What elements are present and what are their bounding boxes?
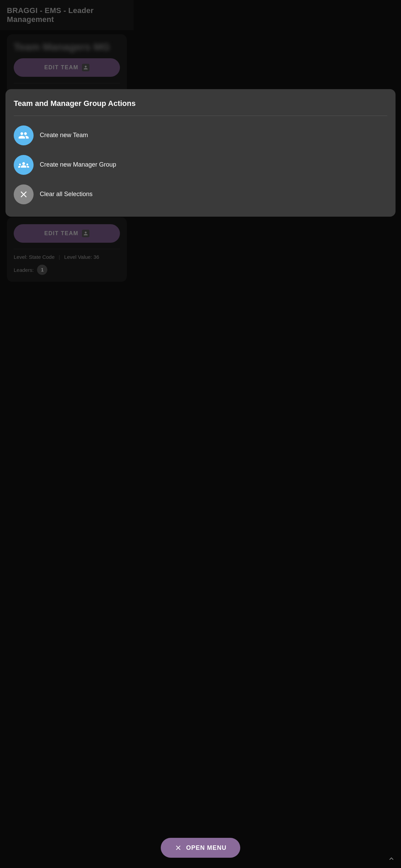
action-create-manager-group[interactable]: Create new Manager Group — [14, 155, 134, 175]
action-items-list: Create new Team Create new Manager Group — [14, 125, 134, 204]
create-team-icon-circle — [14, 125, 34, 145]
action-sheet-divider — [14, 116, 134, 116]
create-group-icon-circle — [14, 155, 34, 175]
group-icon — [18, 159, 29, 170]
action-clear-selections[interactable]: Clear all Selections — [14, 184, 134, 204]
clear-selections-label: Clear all Selections — [40, 190, 93, 198]
action-create-team[interactable]: Create new Team — [14, 125, 134, 145]
create-team-label: Create new Team — [40, 131, 88, 139]
overlay[interactable]: Team and Manager Group Actions Create ne… — [0, 0, 134, 291]
people-icon — [18, 130, 29, 141]
action-sheet-title: Team and Manager Group Actions — [14, 99, 134, 109]
close-icon — [19, 189, 29, 200]
create-manager-group-label: Create new Manager Group — [40, 161, 116, 169]
clear-icon-circle — [14, 184, 34, 204]
action-sheet: Team and Manager Group Actions Create ne… — [5, 89, 134, 217]
